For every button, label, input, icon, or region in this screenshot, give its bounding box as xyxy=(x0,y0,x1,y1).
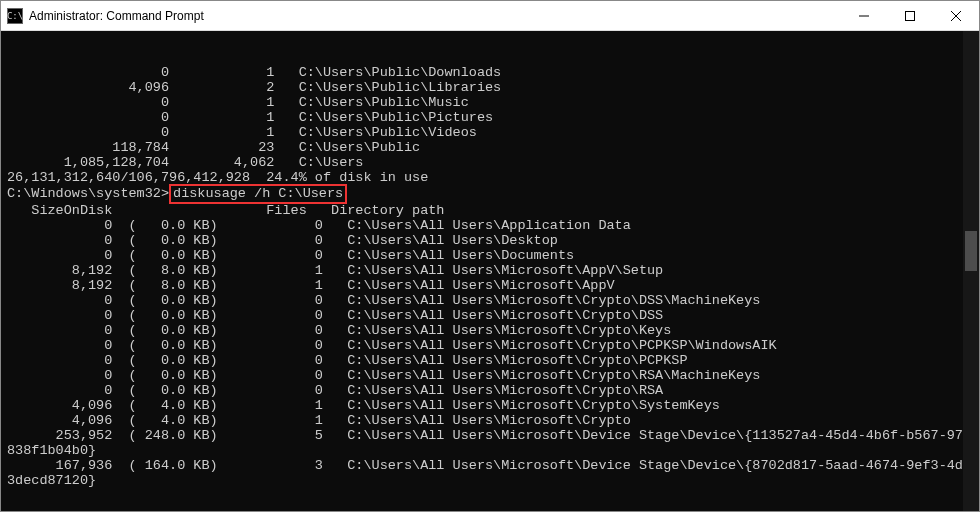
du-row: 0 1 C:\Users\Public\Music xyxy=(7,95,973,110)
du-row: 253,952 ( 248.0 KB) 5 C:\Users\All Users… xyxy=(7,428,973,443)
scrollbar[interactable] xyxy=(963,31,979,511)
du-row: 0 ( 0.0 KB) 0 C:\Users\All Users\Desktop xyxy=(7,233,973,248)
cmd-icon: C:\ xyxy=(7,8,23,24)
highlighted-command: diskusage /h C:\Users xyxy=(169,184,347,204)
du-row: 0 ( 0.0 KB) 0 C:\Users\All Users\Microso… xyxy=(7,353,973,368)
du-row: 0 ( 0.0 KB) 0 C:\Users\All Users\Documen… xyxy=(7,248,973,263)
du-row-wrap: 3decd87120} xyxy=(7,473,973,488)
titlebar[interactable]: C:\ Administrator: Command Prompt xyxy=(1,1,979,31)
window-title: Administrator: Command Prompt xyxy=(29,9,841,23)
du-row: 0 ( 0.0 KB) 0 C:\Users\All Users\Microso… xyxy=(7,293,973,308)
close-button[interactable] xyxy=(933,1,979,31)
disk-summary: 26,131,312,640/106,796,412,928 24.4% of … xyxy=(7,170,973,185)
scrollbar-thumb[interactable] xyxy=(965,231,977,271)
terminal-area[interactable]: 0 1 C:\Users\Public\Downloads 4,096 2 C:… xyxy=(1,31,979,511)
prompt-line: C:\Windows\system32>diskusage /h C:\User… xyxy=(7,185,973,203)
du-row: 8,192 ( 8.0 KB) 1 C:\Users\All Users\Mic… xyxy=(7,278,973,293)
maximize-button[interactable] xyxy=(887,1,933,31)
du-row: 4,096 ( 4.0 KB) 1 C:\Users\All Users\Mic… xyxy=(7,398,973,413)
du-row: 1,085,128,704 4,062 C:\Users xyxy=(7,155,973,170)
du-row: 118,784 23 C:\Users\Public xyxy=(7,140,973,155)
du-row: 0 ( 0.0 KB) 0 C:\Users\All Users\Microso… xyxy=(7,368,973,383)
du-row: 4,096 ( 4.0 KB) 1 C:\Users\All Users\Mic… xyxy=(7,413,973,428)
du-row: 0 ( 0.0 KB) 0 C:\Users\All Users\Microso… xyxy=(7,308,973,323)
du-row: 167,936 ( 164.0 KB) 3 C:\Users\All Users… xyxy=(7,458,973,473)
du-row: 4,096 2 C:\Users\Public\Libraries xyxy=(7,80,973,95)
svg-rect-1 xyxy=(906,11,915,20)
window-frame: C:\ Administrator: Command Prompt 0 1 C:… xyxy=(0,0,980,512)
du-row: 0 ( 0.0 KB) 0 C:\Users\All Users\Microso… xyxy=(7,338,973,353)
du-row: 8,192 ( 8.0 KB) 1 C:\Users\All Users\Mic… xyxy=(7,263,973,278)
du-row-wrap: 838f1b04b0} xyxy=(7,443,973,458)
du-row: 0 1 C:\Users\Public\Videos xyxy=(7,125,973,140)
du-row: 0 1 C:\Users\Public\Downloads xyxy=(7,65,973,80)
du-row: 0 1 C:\Users\Public\Pictures xyxy=(7,110,973,125)
minimize-button[interactable] xyxy=(841,1,887,31)
du-row: 0 ( 0.0 KB) 0 C:\Users\All Users\Microso… xyxy=(7,383,973,398)
du-row: 0 ( 0.0 KB) 0 C:\Users\All Users\Applica… xyxy=(7,218,973,233)
du-row: 0 ( 0.0 KB) 0 C:\Users\All Users\Microso… xyxy=(7,323,973,338)
column-header: SizeOnDisk Files Directory path xyxy=(7,203,973,218)
